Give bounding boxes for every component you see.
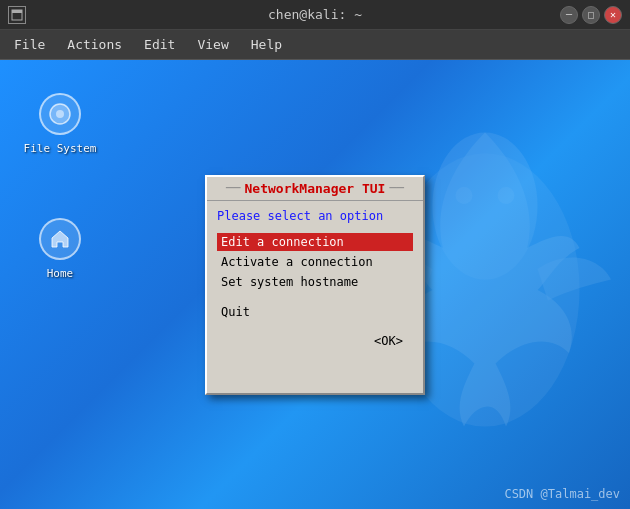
title-bar: chen@kali: ~ ─ □ ✕ (0, 0, 630, 30)
menu-bar: File Actions Edit View Help (0, 30, 630, 60)
svg-rect-1 (12, 10, 22, 13)
dialog-body: Please select an option Edit a connectio… (207, 203, 423, 363)
option-quit[interactable]: Quit (217, 303, 413, 321)
title-bar-left (8, 6, 26, 24)
watermark-text: CSDN @Talmai_dev (504, 487, 620, 501)
maximize-button[interactable]: □ (582, 6, 600, 24)
option-gap (217, 293, 413, 301)
networkmanager-dialog: ── NetworkManager TUI ── Please select a… (205, 175, 425, 395)
dialog-title-bar: ── NetworkManager TUI ── (207, 177, 423, 201)
menu-options: Edit a connection Activate a connection … (217, 233, 413, 321)
dialog-footer: <OK> (217, 333, 413, 353)
menu-actions[interactable]: Actions (57, 35, 132, 54)
option-set-hostname[interactable]: Set system hostname (217, 273, 413, 291)
menu-help[interactable]: Help (241, 35, 292, 54)
desktop: File System Home ── NetworkManager TUI ─… (0, 60, 630, 509)
dialog-title: NetworkManager TUI (245, 181, 386, 196)
bracket-left: ── (226, 181, 240, 195)
dialog-title-line: ── NetworkManager TUI ── (215, 181, 415, 196)
window-controls: ─ □ ✕ (560, 6, 622, 24)
window-icon (8, 6, 26, 24)
window-title: chen@kali: ~ (268, 7, 362, 22)
option-edit-connection[interactable]: Edit a connection (217, 233, 413, 251)
close-button[interactable]: ✕ (604, 6, 622, 24)
bracket-right: ── (389, 181, 403, 195)
menu-view[interactable]: View (187, 35, 238, 54)
option-activate-connection[interactable]: Activate a connection (217, 253, 413, 271)
dialog-overlay: ── NetworkManager TUI ── Please select a… (0, 60, 630, 509)
dialog-prompt: Please select an option (217, 209, 413, 223)
menu-file[interactable]: File (4, 35, 55, 54)
minimize-button[interactable]: ─ (560, 6, 578, 24)
menu-edit[interactable]: Edit (134, 35, 185, 54)
ok-button[interactable]: <OK> (370, 333, 407, 349)
